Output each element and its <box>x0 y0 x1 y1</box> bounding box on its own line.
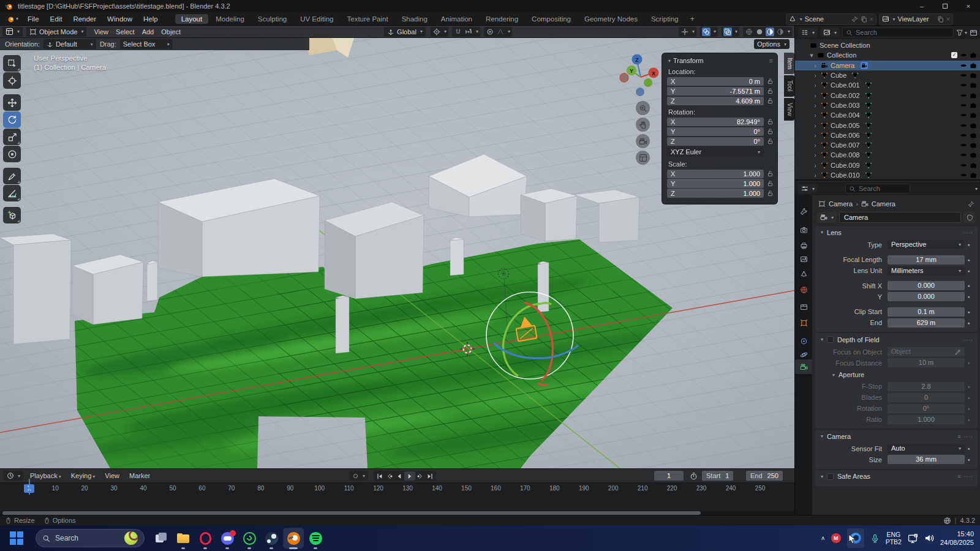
workspace-tab[interactable]: Animation <box>435 14 478 24</box>
hide-eye-icon[interactable] <box>960 162 967 169</box>
presets-icon[interactable]: ≡ ···· <box>957 473 973 479</box>
breadcrumb-data[interactable]: Camera <box>872 200 895 208</box>
breadcrumb-object[interactable]: Camera <box>829 200 853 208</box>
add-cube-tool[interactable] <box>3 207 21 223</box>
menu-item[interactable]: Help <box>138 12 164 26</box>
wireframe-shading-icon[interactable] <box>745 28 753 36</box>
pan-button[interactable] <box>636 118 650 132</box>
hide-eye-icon[interactable] <box>960 132 967 139</box>
move-tool[interactable] <box>3 94 21 111</box>
lens-unit-dropdown[interactable]: Millimeters▾ <box>888 266 965 276</box>
cube-row[interactable]: › Cube.005 <box>795 120 980 130</box>
microphone-icon[interactable] <box>870 534 880 543</box>
display-icon[interactable] <box>908 533 918 544</box>
viewport-3d[interactable]: Orientation: Default▾ Drag: Select Box▾ … <box>0 38 794 468</box>
play-reverse-button[interactable] <box>394 471 404 481</box>
viewport-menu-item[interactable]: Select <box>112 28 138 36</box>
render-visibility-icon[interactable] <box>970 72 977 79</box>
workspace-tab[interactable]: Geometry Nodes <box>578 14 644 24</box>
safe-areas-checkbox[interactable] <box>827 473 834 480</box>
tray-app-icon-red[interactable]: M <box>831 533 841 543</box>
drag-dropdown[interactable]: Select Box▾ <box>120 39 173 49</box>
properties-options-icon[interactable]: ▾ <box>975 186 978 192</box>
play-button[interactable] <box>404 471 415 481</box>
render-visibility-icon[interactable] <box>970 151 977 159</box>
close-button[interactable]: × <box>957 0 980 12</box>
lens-type-dropdown[interactable]: Perspective▾ <box>888 240 965 249</box>
cube-row[interactable]: › Cube.001 <box>795 80 980 90</box>
spotify-icon[interactable] <box>305 528 326 549</box>
expand-icon[interactable]: › <box>812 122 818 129</box>
timeline-ruler[interactable]: 1020304050607080901001101201301401501601… <box>0 483 794 495</box>
expand-icon[interactable]: › <box>812 62 818 69</box>
render-visibility-icon[interactable] <box>970 81 977 89</box>
cube-row[interactable]: › Cube <box>795 70 980 80</box>
falloff-icon[interactable] <box>496 28 505 36</box>
outliner-editor-type-button[interactable]: ▾ <box>798 28 818 37</box>
options-button[interactable]: Options▾ <box>754 39 790 49</box>
camera-panel-title[interactable]: Camera <box>827 433 851 440</box>
navigation-gizmo[interactable]: Z Y X <box>615 50 666 102</box>
outliner-display-mode-button[interactable]: ▾ <box>820 28 840 37</box>
hide-eye-icon[interactable] <box>960 81 967 89</box>
panel-drag-dots[interactable]: ···· <box>963 337 973 343</box>
workspace-tab[interactable]: Rendering <box>480 14 524 24</box>
tab-item[interactable]: Item <box>784 53 794 74</box>
menu-item[interactable]: File <box>22 12 45 26</box>
pivot-point-button[interactable]: ▾ <box>431 27 448 37</box>
editor-type-button[interactable]: ▾ <box>2 27 23 37</box>
datablock-menu[interactable]: ▾ <box>817 212 837 223</box>
scene-collection-row[interactable]: Scene Collection <box>795 40 980 50</box>
aperture-subpanel-title[interactable]: Aperture <box>839 371 864 378</box>
marker-menu[interactable]: Marker <box>126 472 153 479</box>
render-visibility-icon[interactable] <box>970 141 977 149</box>
tray-chevron-up-icon[interactable]: ˄ <box>821 535 825 542</box>
task-view-button[interactable] <box>151 528 172 549</box>
rotate-tool[interactable] <box>3 111 21 128</box>
render-visibility-icon[interactable] <box>970 51 977 59</box>
workspace-tab[interactable]: Layout <box>175 14 209 24</box>
next-keyframe-button[interactable] <box>415 471 425 481</box>
end-frame-field[interactable]: End250 <box>746 471 783 481</box>
blender-taskbar-icon[interactable] <box>283 528 304 549</box>
add-workspace-button[interactable]: + <box>685 15 699 23</box>
lock-open-icon[interactable] <box>767 128 774 135</box>
focus-object-field[interactable]: Object <box>888 347 965 356</box>
safe-areas-panel-title[interactable]: Safe Areas <box>837 473 870 480</box>
tab-tool[interactable]: Tool <box>784 75 794 96</box>
workspace-tab[interactable]: Texture Paint <box>341 14 394 24</box>
mode-selector[interactable]: Object Mode▾ <box>26 27 86 37</box>
lock-open-icon[interactable] <box>767 118 774 125</box>
clock[interactable]: 15:4024/08/2025 <box>940 530 974 547</box>
hide-eye-icon[interactable] <box>960 92 967 99</box>
clip-start-field[interactable]: 0.1 m <box>888 307 965 317</box>
cube-row[interactable]: › Cube.006 <box>795 130 980 140</box>
collection-checkbox[interactable]: ✓ <box>951 52 957 58</box>
view-menu[interactable]: View <box>102 472 123 479</box>
lock-open-icon[interactable] <box>767 88 774 94</box>
current-frame-field[interactable]: 1 <box>654 471 684 481</box>
render-visibility-icon[interactable] <box>970 162 977 169</box>
volume-icon[interactable] <box>924 533 934 543</box>
workspace-tab[interactable]: Scripting <box>645 14 685 24</box>
cube-row[interactable]: › Cube.004 <box>795 110 980 120</box>
lock-open-icon[interactable] <box>767 78 774 84</box>
hide-eye-icon[interactable] <box>960 102 967 109</box>
location-field[interactable]: Z4.609 m <box>667 97 764 106</box>
lock-open-icon[interactable] <box>767 138 774 144</box>
cube-row[interactable]: › Cube.009 <box>795 160 980 170</box>
lock-open-icon[interactable] <box>767 190 774 197</box>
location-field[interactable]: Y-7.5571 m <box>667 87 764 96</box>
transform-panel-title[interactable]: Transform <box>673 57 704 64</box>
sensor-size-field[interactable]: 36 mm <box>888 455 965 464</box>
scale-field[interactable]: Y1.000 <box>667 179 764 188</box>
hide-eye-icon[interactable] <box>960 62 967 69</box>
transform-orientation[interactable]: Global▾ <box>384 27 426 37</box>
aperture-ratio-field[interactable]: 1.000 <box>888 415 965 424</box>
new-viewlayer-icon[interactable] <box>937 16 944 23</box>
focal-length-field[interactable]: 17 mm <box>888 255 965 264</box>
scale-field[interactable]: Z1.000 <box>667 189 764 198</box>
lock-open-icon[interactable] <box>767 97 774 104</box>
camera-row[interactable]: › Camera <box>795 61 980 70</box>
blades-field[interactable]: 0 <box>888 393 965 402</box>
